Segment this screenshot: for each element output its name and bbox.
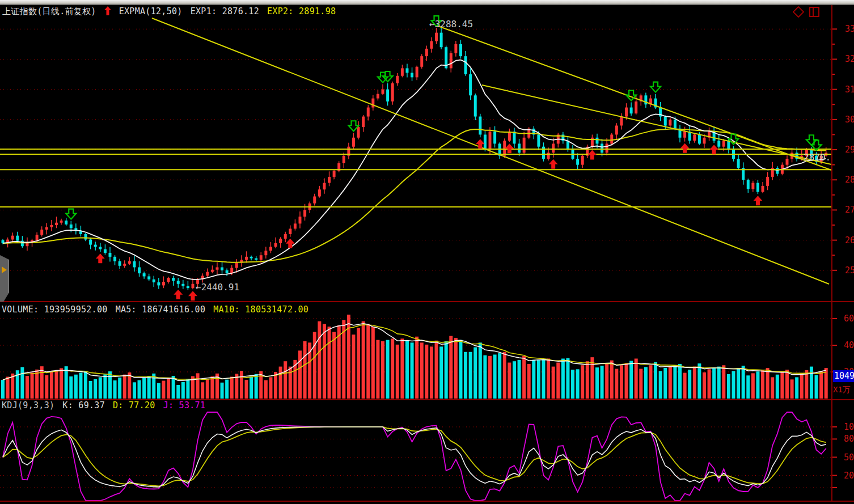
kdj-axis-label: 80: [844, 434, 854, 444]
volume-ma5-label: MA5: 186741616.00: [116, 304, 206, 315]
price-axis-label: 3200: [845, 54, 854, 64]
panel-expand-tab[interactable]: [0, 255, 9, 302]
sell-arrow-icon: [626, 91, 636, 101]
drawn-trendlines-layer[interactable]: [0, 18, 831, 284]
volume-axis-label: 40: [844, 340, 854, 350]
last-price-label: 2870.: [804, 152, 831, 163]
buy-arrow-icon: [587, 150, 597, 159]
peak-price-annotation: ←3288.45: [429, 19, 473, 29]
buy-arrow-icon: [286, 239, 295, 248]
sell-arrow-icon: [650, 82, 661, 92]
diamond-icon[interactable]: [793, 7, 804, 17]
kdj-name-label: KDJ(9,3,3): [2, 400, 54, 410]
up-arrow-icon: [104, 6, 111, 18]
main-chart-header: 上证指数(日线.前复权)EXPMA(12,50)EXP1: 2876.12EXP…: [2, 6, 344, 18]
indicator-name-label: EXPMA(12,50): [119, 6, 183, 16]
buy-arrow-icon: [476, 139, 485, 149]
price-axis-label: 3300: [845, 24, 854, 34]
exp2-value-label: EXP2: 2891.98: [267, 6, 336, 16]
buy-arrow-icon: [505, 143, 514, 153]
kdj-panel-header: KDJ(9,3,3)K: 69.37D: 77.20J: 53.71: [2, 400, 213, 410]
buy-arrow-icon: [709, 145, 718, 154]
volume-unit-label: X1万: [833, 385, 851, 395]
price-axis-label: 3100: [845, 84, 854, 95]
kdj-axis-label: 20: [844, 471, 854, 481]
kdj-k-label: K: 69.37: [62, 400, 105, 410]
price-axis-label: 3000: [845, 115, 854, 125]
price-axis-label: 2800: [845, 175, 854, 185]
kdj-axis-label: 100: [844, 422, 854, 432]
restore-window-icon[interactable]: [810, 7, 819, 16]
buy-arrow-icon: [549, 159, 558, 169]
buy-arrow-icon: [174, 290, 183, 299]
buy-arrow-icon: [753, 196, 762, 205]
expand-arrow-icon: [2, 266, 7, 273]
volume-bars-layer: [1, 315, 828, 399]
price-axis-label: 2600: [845, 235, 854, 245]
stock-chart-application: 上证指数(日线.前复权)EXPMA(12,50)EXP1: 2876.12EXP…: [0, 0, 854, 504]
price-axis-label: 2700: [845, 205, 854, 215]
low-price-annotation: ←2440.91: [196, 282, 239, 293]
panel-window-buttons: [793, 6, 827, 18]
exp1-value-label: EXP1: 2876.12: [191, 6, 259, 16]
kdj-axis-label: 50: [844, 452, 854, 463]
volume-value-label: VOLUME: 193959952.00: [2, 304, 108, 315]
price-axis-label: 2900: [845, 145, 854, 155]
kdj-j-label: J: 53.71: [163, 400, 206, 410]
kdj-grid-layer: [0, 427, 837, 488]
sell-arrow-icon: [66, 209, 76, 219]
volume-axis-label: 60: [844, 314, 854, 324]
volume-readout-badge: 1049: [833, 370, 854, 382]
symbol-title: 上证指数(日线.前复权): [2, 6, 96, 16]
price-axis-label: 2500: [845, 265, 854, 276]
buy-arrow-icon: [680, 143, 690, 153]
volume-ma10-label: MA10: 180531472.00: [213, 304, 308, 315]
signal-markers-layer: [66, 16, 821, 300]
window-top-edge: [0, 0, 854, 5]
volume-panel-header: VOLUME: 193959952.00MA5: 186741616.00MA1…: [2, 304, 316, 315]
buy-arrow-icon: [96, 253, 105, 263]
candlestick-layer: [2, 27, 828, 290]
kdj-d-label: D: 77.20: [113, 400, 155, 410]
chart-canvas[interactable]: [0, 0, 854, 504]
